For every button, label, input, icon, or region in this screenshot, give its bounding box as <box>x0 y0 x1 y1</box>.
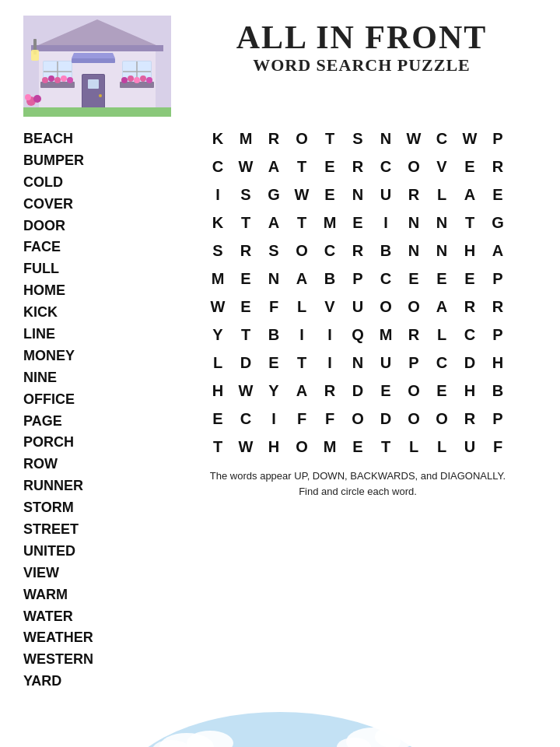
grid-cell: M <box>232 124 260 153</box>
word-list-item: NINE <box>23 367 171 389</box>
grid-row: HWYARDEOEHB <box>204 377 512 405</box>
svg-point-37 <box>33 95 41 103</box>
word-list-item: HOME <box>23 280 171 302</box>
grid-cell: N <box>400 237 428 265</box>
grid-cell: G <box>260 181 288 209</box>
grid-cell: S <box>204 237 232 265</box>
grid-cell: C <box>456 321 484 349</box>
grid-cell: F <box>260 293 288 321</box>
grid-cell: H <box>484 349 512 377</box>
grid-cell: F <box>316 405 344 433</box>
svg-point-17 <box>48 75 54 82</box>
grid-cell: O <box>428 405 456 433</box>
grid-cell: H <box>456 237 484 265</box>
grid-cell: O <box>400 405 428 433</box>
grid-cell: A <box>260 209 288 237</box>
header-image <box>23 16 171 117</box>
word-list-item: BEACH <box>23 128 171 150</box>
grid-cell: S <box>232 181 260 209</box>
grid-cell: U <box>372 181 400 209</box>
svg-rect-9 <box>88 79 99 89</box>
svg-point-28 <box>134 77 140 83</box>
grid-cell: D <box>344 377 372 405</box>
svg-rect-35 <box>23 107 171 117</box>
grid-cell: S <box>344 124 372 153</box>
sub-title: WORD SEARCH PUZZLE <box>187 55 537 75</box>
grid-cell: F <box>288 405 316 433</box>
word-list-item: PORCH <box>23 432 171 454</box>
grid-cell: D <box>232 349 260 377</box>
grid-row: KMROTSNWCWP <box>204 124 512 153</box>
grid-row: CWATERCOVER <box>204 153 512 181</box>
word-list-item: WEATHER <box>23 627 171 649</box>
svg-point-16 <box>42 77 48 83</box>
grid-cell: N <box>344 349 372 377</box>
grid-cell: D <box>456 349 484 377</box>
grid-cell: O <box>344 405 372 433</box>
word-list-item: MONEY <box>23 345 171 367</box>
grid-cell: I <box>316 321 344 349</box>
svg-point-29 <box>140 75 146 82</box>
grid-cell: C <box>232 405 260 433</box>
grid-cell: N <box>400 209 428 237</box>
word-list-item: PAGE <box>23 411 171 433</box>
word-list-item: BUMPER <box>23 150 171 172</box>
grid-cell: T <box>204 433 232 461</box>
word-list-item: OFFICE <box>23 389 171 411</box>
grid-cell: T <box>232 209 260 237</box>
grid-cell: K <box>204 209 232 237</box>
svg-rect-34 <box>31 50 39 61</box>
grid-cell: W <box>232 433 260 461</box>
grid-cell: R <box>260 124 288 153</box>
grid-cell: T <box>288 349 316 377</box>
svg-point-27 <box>128 75 134 82</box>
grid-cell: V <box>428 153 456 181</box>
grid-cell: R <box>484 153 512 181</box>
grid-cell: W <box>232 377 260 405</box>
grid-cell: T <box>288 153 316 181</box>
grid-cell: R <box>400 181 428 209</box>
grid-cell: I <box>316 349 344 377</box>
grid-cell: E <box>316 181 344 209</box>
grid-cell: U <box>372 349 400 377</box>
grid-cell: C <box>372 265 400 293</box>
grid-cell: L <box>428 321 456 349</box>
instructions: The words appear UP, DOWN, BACKWARDS, an… <box>179 468 537 499</box>
grid-cell: O <box>288 124 316 153</box>
word-list-item: DOOR <box>23 216 171 237</box>
grid-row: LDETINUPCDH <box>204 349 512 377</box>
svg-rect-6 <box>31 45 163 51</box>
grid-cell: E <box>372 377 400 405</box>
grid-cell: E <box>260 349 288 377</box>
grid-cell: T <box>316 124 344 153</box>
grid-cell: S <box>260 237 288 265</box>
grid-row: WEFLVUOOARR <box>204 293 512 321</box>
grid-cell: L <box>288 293 316 321</box>
grid-cell: R <box>232 237 260 265</box>
grid-row: YTBIIQMRLCP <box>204 321 512 349</box>
word-list-item: LINE <box>23 324 171 345</box>
svg-point-20 <box>67 77 73 83</box>
instructions-line2: Find and circle each word. <box>179 484 537 500</box>
grid-cell: O <box>288 237 316 265</box>
grid-cell: L <box>204 349 232 377</box>
grid-cell: Y <box>204 321 232 349</box>
svg-rect-31 <box>72 58 115 63</box>
grid-cell: W <box>288 181 316 209</box>
svg-point-10 <box>99 94 102 97</box>
grid-row: TWHOMETLLUF <box>204 433 512 461</box>
grid-cell: M <box>204 265 232 293</box>
word-list-item: YARD <box>23 671 171 693</box>
grid-cell: N <box>428 237 456 265</box>
word-list-item: FACE <box>23 237 171 258</box>
word-list-item: STORM <box>23 497 171 519</box>
grid-cell: P <box>484 405 512 433</box>
grid-cell: W <box>204 293 232 321</box>
grid-cell: R <box>484 293 512 321</box>
grid-cell: U <box>344 293 372 321</box>
grid-cell: P <box>344 265 372 293</box>
grid-cell: Y <box>260 377 288 405</box>
grid-cell: P <box>484 321 512 349</box>
grid-row: KTATMEINNTG <box>204 209 512 237</box>
word-list-item: WESTERN <box>23 649 171 671</box>
